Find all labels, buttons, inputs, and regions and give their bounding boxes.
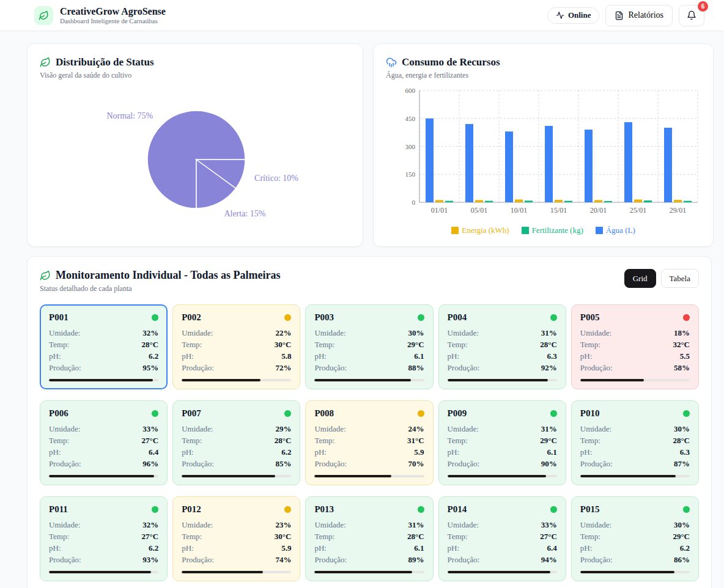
view-table-button[interactable]: Tabela	[661, 269, 699, 288]
metric-label: Produção:	[314, 459, 347, 469]
resources-consumption-card: Consumo de Recursos Água, energia e fert…	[373, 43, 714, 247]
bar-Água (L)	[664, 128, 672, 202]
metric-value: 95%	[142, 363, 158, 373]
plant-metric-row: Umidade:31%	[448, 424, 557, 434]
production-progress-bar	[580, 379, 690, 381]
metric-value: 31°C	[407, 436, 424, 446]
plant-card-p010[interactable]: P010Umidade:30%Temp:28°CpH:6.3Produção:8…	[571, 400, 699, 485]
plant-metric-row: pH:6.3	[580, 447, 690, 457]
reports-button[interactable]: Relatórios	[605, 5, 673, 26]
plant-metric-row: Umidade:30%	[580, 424, 690, 434]
bar-chart-legend: Energia (kWh)Fertilizante (kg)Água (L)	[386, 226, 701, 235]
plant-metric-row: pH:6.4	[448, 543, 557, 553]
metric-value: 5.9	[281, 543, 291, 553]
metric-label: Temp:	[182, 532, 202, 542]
metric-label: Umidade:	[580, 328, 611, 338]
plant-card-p007[interactable]: P007Umidade:29%Temp:28°CpH:6.2Produção:8…	[172, 400, 300, 485]
metric-value: 74%	[275, 555, 291, 565]
metric-label: Produção:	[314, 363, 347, 373]
production-progress-fill	[448, 475, 546, 477]
metric-label: Produção:	[182, 459, 214, 469]
x-axis-tick: 15/01	[550, 206, 567, 215]
plant-metric-row: pH:6.1	[448, 447, 557, 457]
plant-card-p011[interactable]: P011Umidade:32%Temp:27°CpH:6.2Produção:9…	[40, 496, 168, 581]
metric-value: 6.4	[149, 447, 158, 457]
status-dot-icon	[152, 506, 158, 513]
plant-metric-row: Temp:28°C	[580, 436, 690, 446]
metric-label: Temp:	[49, 436, 69, 446]
plant-card-p009[interactable]: P009Umidade:31%Temp:29°CpH:6.1Produção:9…	[438, 400, 566, 485]
plant-card-p015[interactable]: P015Umidade:30%Temp:29°CpH:6.2Produção:8…	[571, 496, 699, 581]
dashboard-main: Distribuição de Status Visão geral da sa…	[0, 31, 724, 588]
status-dot-icon	[284, 506, 291, 513]
metric-value: 33%	[142, 424, 158, 434]
plant-card-p008[interactable]: P008Umidade:24%Temp:31°CpH:5.9Produção:7…	[305, 400, 433, 485]
plant-metric-row: Umidade:33%	[448, 520, 557, 530]
leaf-icon	[39, 10, 49, 21]
metric-value: 6.1	[414, 543, 424, 553]
plant-card-p005[interactable]: P005Umidade:18%Temp:32°CpH:5.5Produção:5…	[571, 304, 699, 389]
metric-label: pH:	[182, 543, 194, 553]
plant-metric-row: Umidade:23%	[182, 520, 291, 530]
metric-value: 24%	[408, 424, 424, 434]
plant-metric-row: pH:5.5	[580, 351, 690, 361]
status-dot-icon	[418, 314, 424, 321]
production-progress-fill	[314, 571, 412, 573]
metric-value: 31%	[408, 520, 424, 530]
plant-card-p003[interactable]: P003Umidade:30%Temp:29°CpH:6.1Produção:8…	[305, 304, 433, 389]
plant-metric-row: Umidade:29%	[182, 424, 291, 434]
plant-card-p002[interactable]: P002Umidade:22%Temp:30°CpH:5.8Produção:7…	[172, 304, 300, 389]
plant-card-p006[interactable]: P006Umidade:33%Temp:27°CpH:6.4Produção:9…	[40, 400, 168, 485]
status-card-title: Distribuição de Status	[56, 56, 154, 68]
x-axis-tick: 25/01	[630, 206, 646, 215]
plant-card-p001[interactable]: P001Umidade:32%Temp:28°CpH:6.2Produção:9…	[40, 304, 168, 389]
production-progress-fill	[182, 379, 260, 381]
plant-id: P001	[49, 312, 68, 323]
metric-label: Umidade:	[182, 424, 213, 434]
monitoring-title: Monitoramento Individual - Todas as Palm…	[56, 269, 281, 282]
plant-metric-row: Temp:31°C	[314, 436, 424, 446]
production-progress-bar	[448, 571, 557, 573]
plant-card-p013[interactable]: P013Umidade:31%Temp:28°CpH:6.1Produção:8…	[305, 496, 433, 581]
plant-metric-row: Umidade:31%	[314, 520, 424, 530]
bar-Energia (kWh)	[674, 200, 682, 202]
metric-value: 6.3	[547, 351, 557, 361]
leaf-icon	[40, 270, 51, 281]
metric-value: 27°C	[540, 532, 557, 542]
pie-label: Crítico: 10%	[254, 174, 298, 183]
notifications-button[interactable]: 6	[679, 5, 704, 26]
metric-label: Temp:	[580, 340, 600, 350]
metric-label: Produção:	[49, 555, 81, 565]
metric-value: 30°C	[275, 532, 292, 542]
status-dot-icon	[152, 410, 158, 417]
metric-value: 28°C	[142, 340, 159, 350]
bar-Água (L)	[545, 126, 553, 202]
monitoring-subtitle: Status detalhado de cada planta	[40, 284, 281, 293]
legend-item: Fertilizante (kg)	[522, 226, 583, 235]
plant-metric-row: pH:6.2	[182, 447, 291, 457]
plant-card-p012[interactable]: P012Umidade:23%Temp:30°CpH:5.9Produção:7…	[172, 496, 300, 581]
view-grid-button[interactable]: Grid	[624, 269, 656, 288]
plant-metric-row: Temp:27°C	[49, 532, 158, 542]
metric-value: 29%	[275, 424, 291, 434]
plant-metric-row: Produção:89%	[314, 555, 424, 565]
metric-label: Temp:	[448, 532, 468, 542]
production-progress-bar	[580, 571, 690, 573]
file-text-icon	[615, 11, 624, 20]
metric-label: Umidade:	[49, 424, 80, 434]
bar-Água (L)	[624, 122, 632, 202]
metric-value: 92%	[541, 363, 557, 373]
metric-value: 6.4	[547, 543, 557, 553]
metric-label: pH:	[580, 351, 593, 361]
production-progress-bar	[182, 379, 291, 381]
production-progress-fill	[182, 571, 263, 573]
plant-card-p004[interactable]: P004Umidade:31%Temp:28°CpH:6.3Produção:9…	[438, 304, 566, 389]
plant-card-p014[interactable]: P014Umidade:33%Temp:27°CpH:6.4Produção:9…	[438, 496, 566, 581]
plant-metric-row: Umidade:18%	[580, 328, 690, 338]
plant-metric-row: Umidade:31%	[448, 328, 557, 338]
metric-value: 29°C	[407, 340, 424, 350]
metric-label: pH:	[314, 351, 327, 361]
metric-value: 23%	[275, 520, 291, 530]
metric-label: Umidade:	[448, 424, 479, 434]
production-progress-fill	[448, 379, 549, 381]
